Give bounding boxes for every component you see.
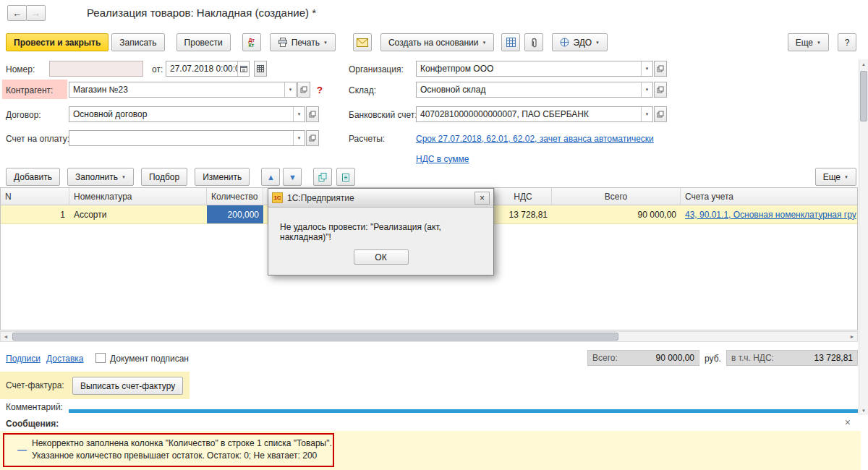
- grid-icon: [257, 65, 264, 72]
- chevron-down-icon: ▼: [844, 175, 848, 179]
- chevron-down-icon[interactable]: ▼: [293, 107, 305, 121]
- open-icon: [300, 86, 307, 93]
- move-up-button[interactable]: ▲: [261, 168, 280, 186]
- messages-close-icon[interactable]: ×: [845, 416, 851, 428]
- copy-icon: [318, 173, 327, 181]
- pick-button[interactable]: Подбор: [141, 168, 187, 186]
- cell-vat[interactable]: 13 728,81: [495, 205, 552, 223]
- column-header-n[interactable]: N: [1, 188, 69, 205]
- bank-account-open-button[interactable]: [654, 106, 667, 122]
- vat-mode-link[interactable]: НДС в сумме: [416, 154, 469, 164]
- contragent-fill-check-icon[interactable]: ?: [317, 85, 323, 95]
- chevron-down-icon: ▼: [817, 40, 821, 45]
- date-list-button[interactable]: [254, 61, 267, 77]
- debit-credit-button[interactable]: ДтКт: [242, 33, 261, 51]
- chevron-down-icon[interactable]: ▼: [284, 82, 296, 97]
- number-label: Номер:: [6, 64, 35, 74]
- chevron-down-icon[interactable]: ▼: [293, 131, 305, 145]
- chevron-down-icon[interactable]: ▼: [641, 107, 652, 121]
- debit-credit-icon: ДтКт: [248, 38, 254, 48]
- more-button[interactable]: Еще▼: [788, 33, 829, 51]
- column-header-quantity[interactable]: Количество: [207, 188, 263, 205]
- contract-open-button[interactable]: [306, 106, 319, 122]
- forward-button[interactable]: →: [26, 5, 46, 21]
- column-header-total[interactable]: Всего: [552, 188, 681, 205]
- contragent-field[interactable]: Магазин №23 ▼: [69, 82, 297, 98]
- dialog-title: 1С:Предприятие: [287, 193, 354, 203]
- chevron-down-icon[interactable]: ▼: [641, 61, 652, 76]
- cell-quantity-selected[interactable]: 200,000: [207, 205, 263, 223]
- total-readonly-field: Всего: 90 000,00: [587, 350, 699, 366]
- related-documents-button[interactable]: [501, 33, 520, 51]
- bank-account-field[interactable]: 40702810000000000007, ПАО СБЕРБАНК ▼: [416, 106, 653, 122]
- back-button[interactable]: ←: [7, 5, 27, 21]
- dialog-titlebar[interactable]: 1С 1С:Предприятие ×: [268, 189, 493, 208]
- settlements-link[interactable]: Срок 27.07.2018, 62.01, 62.02, зачет ава…: [416, 134, 654, 144]
- date-field[interactable]: 27.07.2018 0:00:00: [166, 61, 250, 77]
- cell-n[interactable]: 1: [1, 205, 69, 223]
- fill-button[interactable]: Заполнить▼: [67, 168, 134, 186]
- error-message-item[interactable]: — Некорректно заполнена колонка "Количес…: [3, 433, 334, 467]
- delivery-link[interactable]: Доставка: [46, 354, 84, 364]
- grid-toolbar: Добавить Заполнить▼ Подбор Изменить ▲ ▼: [6, 168, 355, 186]
- post-and-close-button[interactable]: Провести и закрыть: [6, 33, 109, 51]
- history-nav: ← →: [7, 5, 46, 21]
- grid-more-button[interactable]: Еще▼: [815, 168, 856, 186]
- open-icon: [657, 86, 664, 93]
- edit-button[interactable]: Изменить: [195, 168, 250, 186]
- edo-icon: [560, 38, 569, 47]
- invoice-label: Счет-фактура:: [6, 380, 64, 390]
- column-header-nomenclature[interactable]: Номенклатура: [69, 188, 207, 205]
- arrow-up-icon: ▲: [267, 173, 275, 181]
- attachments-button[interactable]: [524, 33, 543, 51]
- document-signed-checkbox[interactable]: [95, 353, 106, 363]
- warehouse-open-button[interactable]: [654, 82, 667, 98]
- scroll-down-icon[interactable]: ▼: [859, 406, 868, 415]
- organization-open-button[interactable]: [654, 61, 667, 77]
- move-down-button[interactable]: ▼: [283, 168, 302, 186]
- contract-field[interactable]: Основной договор ▼: [69, 106, 305, 122]
- chevron-down-icon[interactable]: ▼: [641, 82, 652, 97]
- contragent-open-button[interactable]: [297, 82, 310, 98]
- scroll-right-icon[interactable]: ►: [847, 333, 857, 341]
- vertical-scrollbar[interactable]: ▲ ▼: [859, 59, 868, 415]
- copy-rows-button[interactable]: [313, 168, 332, 186]
- write-button[interactable]: Записать: [111, 33, 164, 51]
- cell-nomenclature[interactable]: Ассорти: [69, 205, 207, 223]
- horizontal-scrollbar-thumb[interactable]: [12, 333, 618, 341]
- help-button[interactable]: ?: [838, 33, 856, 51]
- document-window: ← → Реализация товаров: Накладная (созда…: [0, 0, 868, 470]
- column-header-vat[interactable]: НДС: [495, 188, 552, 205]
- organization-field[interactable]: Конфетпром ООО ▼: [416, 61, 653, 77]
- envelope-icon: [357, 38, 368, 47]
- accounts-link[interactable]: 43, 90.01.1, Основная номенклатурная гру: [685, 210, 856, 220]
- messages-header-bar: Сообщения: ×: [0, 415, 861, 431]
- payment-invoice-open-button[interactable]: [306, 130, 319, 146]
- issue-invoice-button[interactable]: Выписать счет-фактуру: [72, 377, 183, 395]
- dialog-ok-button[interactable]: ОК: [354, 249, 409, 265]
- vertical-scrollbar-thumb[interactable]: [860, 71, 867, 121]
- post-button[interactable]: Провести: [176, 33, 231, 51]
- send-email-button[interactable]: [353, 33, 372, 51]
- scroll-left-icon[interactable]: ◄: [1, 333, 11, 341]
- warehouse-field[interactable]: Основной склад ▼: [416, 82, 653, 98]
- horizontal-scrollbar[interactable]: ◄ ►: [0, 331, 858, 342]
- column-header-accounts[interactable]: Счета учета: [681, 188, 857, 205]
- cell-accounts[interactable]: 43, 90.01.1, Основная номенклатурная гру: [681, 205, 857, 223]
- insert-rows-button[interactable]: [336, 168, 355, 186]
- scroll-up-icon[interactable]: ▲: [859, 59, 868, 69]
- calendar-icon[interactable]: [237, 61, 249, 76]
- signatures-link[interactable]: Подписи: [6, 354, 41, 364]
- create-on-basis-button[interactable]: Создать на основании▼: [380, 33, 494, 51]
- toolbar-right: Еще▼ ?: [788, 33, 856, 51]
- help-icon: ?: [845, 38, 850, 48]
- comment-field-focus[interactable]: [69, 409, 858, 413]
- chevron-down-icon: ▼: [482, 40, 486, 45]
- edo-button[interactable]: ЭДО▼: [552, 33, 608, 51]
- cell-total[interactable]: 90 000,00: [552, 205, 681, 223]
- print-button[interactable]: Печать▼: [270, 33, 336, 51]
- payment-invoice-field[interactable]: ▼: [69, 130, 305, 146]
- add-row-button[interactable]: Добавить: [6, 168, 60, 186]
- number-field[interactable]: [49, 61, 143, 77]
- dialog-close-button[interactable]: ×: [475, 192, 490, 205]
